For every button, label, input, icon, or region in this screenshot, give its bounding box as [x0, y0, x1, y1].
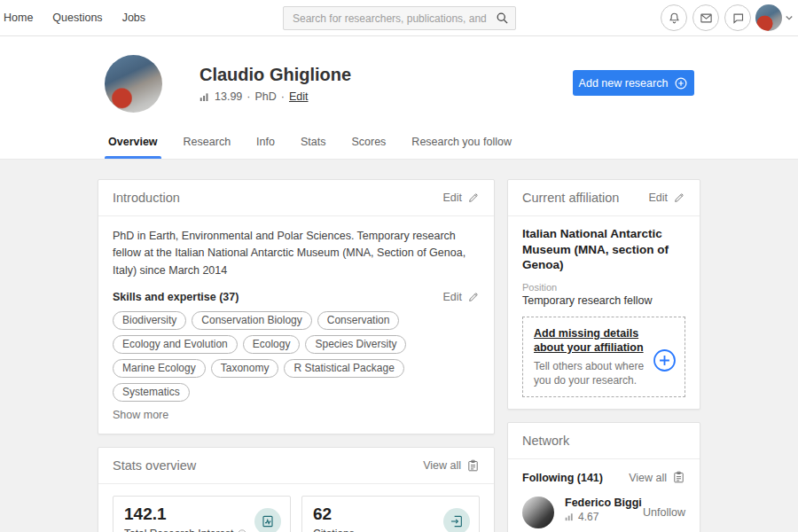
skill-chip[interactable]: Marine Ecology — [113, 359, 206, 378]
stats-grid: 142.1 Total Research Interest 62 Citatio… — [98, 484, 494, 532]
person-name[interactable]: Federico Biggi — [565, 497, 642, 509]
clipboard-list-icon — [466, 459, 480, 473]
skill-chip[interactable]: Taxonomy — [211, 359, 279, 378]
user-avatar[interactable] — [755, 4, 782, 31]
add-new-research-button[interactable]: Add new research — [573, 70, 694, 96]
profile-photo[interactable] — [105, 55, 162, 113]
pencil-icon — [467, 192, 480, 204]
search-input[interactable] — [293, 7, 488, 29]
following-view-all-button[interactable]: View all — [629, 471, 685, 484]
nav-item-home[interactable]: Home — [4, 12, 33, 24]
rg-score: 13.99 — [215, 90, 242, 103]
profile-name: Claudio Ghiglione — [200, 65, 351, 85]
side-column: Current affiliation Edit Italian Nationa… — [507, 179, 700, 532]
stats-view-all-label: View all — [423, 459, 461, 472]
show-more-link[interactable]: Show more — [113, 409, 168, 421]
researchgate-profile-page: Home Questions Jobs Claudio Ghiglione 13… — [0, 0, 798, 532]
add-details-link[interactable]: Add missing details about your affiliati… — [534, 326, 647, 356]
tab-scores[interactable]: Scores — [351, 125, 386, 159]
profile-tabs: Overview Research Info Stats Scores Rese… — [108, 125, 512, 159]
top-navigation-bar: Home Questions Jobs — [0, 0, 798, 36]
profile-edit-link[interactable]: Edit — [289, 90, 309, 103]
envelope-icon — [700, 12, 713, 25]
position-value: Temporary research fellow — [522, 294, 685, 307]
stat-tile-research-interest[interactable]: 142.1 Total Research Interest — [113, 496, 291, 532]
skills-edit-button[interactable]: Edit — [442, 291, 480, 303]
skill-chip[interactable]: Conservation Biology — [192, 311, 311, 330]
unfollow-button[interactable]: Unfollow — [643, 506, 685, 519]
introduction-body: PhD in Earth, Environmental and Polar Sc… — [98, 216, 494, 434]
tab-research[interactable]: Research — [184, 125, 231, 159]
stats-overview-card: Stats overview View all 142.1 Total Rese… — [98, 447, 495, 532]
introduction-title: Introduction — [113, 191, 180, 205]
add-affiliation-details-box[interactable]: Add missing details about your affiliati… — [522, 317, 685, 398]
add-details-description: Tell others about where you do your rese… — [534, 360, 651, 387]
introduction-edit-label: Edit — [442, 192, 462, 204]
introduction-card-header: Introduction Edit — [98, 180, 494, 216]
affiliation-edit-label: Edit — [648, 192, 668, 204]
bell-icon — [668, 12, 681, 25]
affiliation-title: Current affiliation — [522, 191, 619, 205]
current-affiliation-card: Current affiliation Edit Italian Nationa… — [507, 179, 700, 410]
citations-label: Citations — [313, 528, 355, 532]
following-list-item: Federico Biggi 4.67 Unfollow — [522, 497, 685, 528]
tab-stats[interactable]: Stats — [301, 125, 326, 159]
main-column: Introduction Edit PhD in Earth, Environm… — [98, 179, 495, 532]
plus-circle-icon — [674, 76, 688, 90]
research-interest-label: Total Research Interest — [124, 528, 233, 532]
skill-chip[interactable]: Conservation — [317, 311, 400, 330]
chat-button[interactable] — [724, 4, 751, 31]
meta-separator: · — [281, 90, 285, 103]
page-content: Introduction Edit PhD in Earth, Environm… — [0, 160, 798, 532]
following-header-row: Following (141) View all — [522, 471, 685, 484]
person-score-row: 4.67 — [565, 511, 642, 523]
introduction-edit-button[interactable]: Edit — [442, 192, 480, 204]
degree-label: PhD — [254, 90, 276, 103]
network-card-header: Network — [508, 423, 700, 459]
chat-bubble-icon — [732, 12, 745, 25]
meta-separator: · — [246, 90, 250, 103]
report-chart-icon — [261, 514, 275, 528]
notifications-button[interactable] — [661, 4, 687, 31]
nav-item-questions[interactable]: Questions — [52, 12, 102, 24]
tab-overview[interactable]: Overview — [108, 125, 158, 159]
stats-view-all-button[interactable]: View all — [423, 459, 480, 473]
stat-tile-citations[interactable]: 62 Citations — [301, 496, 480, 532]
affiliation-body: Italian National Antarctic Museum (MNA, … — [508, 216, 700, 409]
citation-icon — [450, 514, 464, 528]
skill-chip[interactable]: Species Diversity — [305, 335, 406, 354]
search-bar — [283, 6, 516, 30]
skills-edit-label: Edit — [442, 291, 462, 303]
stats-card-header: Stats overview View all — [98, 448, 494, 484]
introduction-card: Introduction Edit PhD in Earth, Environm… — [98, 179, 495, 434]
skill-chip[interactable]: Ecology and Evolution — [113, 335, 238, 354]
nav-item-jobs[interactable]: Jobs — [122, 12, 145, 24]
score-bars-icon — [565, 512, 575, 522]
skill-chip[interactable]: Systematics — [113, 383, 190, 402]
affiliation-edit-button[interactable]: Edit — [648, 192, 685, 204]
top-nav: Home Questions Jobs — [4, 0, 145, 35]
pencil-icon — [467, 291, 480, 303]
skill-chip[interactable]: R Statistical Package — [284, 359, 403, 378]
messages-button[interactable] — [692, 4, 719, 31]
clipboard-list-icon — [672, 471, 685, 484]
info-icon[interactable] — [237, 528, 247, 532]
network-title: Network — [522, 434, 569, 448]
affiliation-organization[interactable]: Italian National Antarctic Museum (MNA, … — [522, 226, 685, 273]
network-body: Following (141) View all Federico Biggi — [508, 459, 700, 532]
add-new-research-label: Add new research — [579, 77, 669, 90]
skill-chip[interactable]: Ecology — [243, 335, 301, 354]
person-score: 4.67 — [578, 511, 598, 523]
skill-chip[interactable]: Biodiversity — [113, 311, 186, 330]
chevron-down-icon[interactable] — [784, 12, 794, 23]
affiliation-card-header: Current affiliation Edit — [508, 180, 700, 216]
search-icon[interactable] — [496, 12, 509, 25]
pencil-icon — [673, 192, 685, 204]
profile-meta: 13.99 · PhD · Edit — [200, 90, 309, 103]
position-label: Position — [522, 282, 685, 293]
tab-research-you-follow[interactable]: Research you follow — [411, 125, 512, 159]
avatar[interactable] — [522, 497, 554, 528]
tab-info[interactable]: Info — [256, 125, 275, 159]
score-bars-icon — [200, 91, 210, 103]
plus-circle-icon[interactable] — [652, 348, 677, 373]
